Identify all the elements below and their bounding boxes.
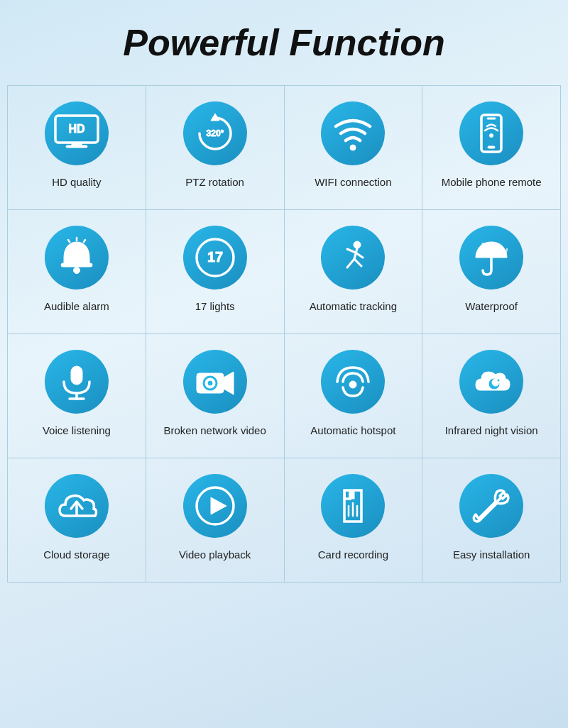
easy-installation-label: Easy installation bbox=[453, 548, 530, 562]
video-playback-label: Video playback bbox=[179, 548, 251, 562]
feature-automatic-tracking: Automatic tracking bbox=[285, 210, 423, 334]
hd-quality-icon: HD bbox=[45, 101, 109, 165]
svg-rect-44 bbox=[350, 490, 354, 499]
feature-broken-network-video: Broken network video bbox=[146, 334, 285, 458]
svg-line-21 bbox=[356, 253, 363, 258]
svg-line-14 bbox=[68, 240, 70, 242]
svg-point-6 bbox=[350, 145, 356, 150]
automatic-tracking-label: Automatic tracking bbox=[310, 299, 397, 314]
svg-line-45 bbox=[481, 497, 501, 517]
feature-infrared-night-vision: Infrared night vision bbox=[422, 334, 561, 458]
audible-alarm-label: Audible alarm bbox=[44, 299, 109, 314]
svg-rect-10 bbox=[487, 118, 496, 119]
voice-listening-label: Voice listening bbox=[43, 424, 111, 438]
feature-easy-installation: Easy installation bbox=[422, 458, 561, 583]
automatic-hotspot-icon bbox=[321, 350, 385, 414]
svg-line-20 bbox=[347, 249, 356, 253]
ptz-rotation-label: PTZ rotation bbox=[185, 175, 244, 189]
svg-rect-9 bbox=[488, 146, 495, 148]
page-title: Powerful Function bbox=[0, 0, 568, 78]
feature-card-recording: Card recording bbox=[285, 458, 423, 583]
card-recording-label: Card recording bbox=[318, 548, 388, 562]
automatic-hotspot-label: Automatic hotspot bbox=[310, 424, 395, 438]
cloud-storage-icon bbox=[45, 474, 109, 538]
svg-marker-40 bbox=[211, 497, 226, 514]
feature-waterproof: Waterproof bbox=[422, 210, 561, 334]
broken-network-video-icon bbox=[183, 350, 247, 414]
infrared-night-vision-label: Infrared night vision bbox=[445, 424, 538, 438]
svg-text:HD: HD bbox=[68, 123, 84, 135]
feature-voice-listening: Voice listening bbox=[8, 334, 146, 458]
wifi-connection-label: WIFI connection bbox=[315, 175, 391, 189]
svg-line-15 bbox=[84, 240, 85, 242]
voice-listening-icon bbox=[45, 350, 109, 414]
feature-audible-alarm: Audible alarm bbox=[8, 210, 146, 334]
feature-hd-quality: HD HD quality bbox=[8, 86, 146, 210]
svg-point-37 bbox=[497, 379, 500, 382]
card-recording-icon bbox=[321, 474, 385, 538]
feature-17-lights: 17 17 lights bbox=[146, 210, 285, 334]
automatic-tracking-icon bbox=[321, 226, 385, 289]
wifi-connection-icon bbox=[321, 101, 385, 165]
svg-point-12 bbox=[73, 268, 80, 274]
svg-text:320°: 320° bbox=[206, 128, 224, 138]
mobile-phone-remote-icon bbox=[459, 101, 523, 165]
hd-quality-label: HD quality bbox=[52, 175, 101, 189]
svg-line-23 bbox=[354, 259, 361, 266]
ptz-rotation-icon: 320° bbox=[183, 101, 247, 165]
svg-point-8 bbox=[490, 134, 493, 138]
feature-video-playback: Video playback bbox=[146, 458, 285, 583]
svg-point-34 bbox=[349, 381, 356, 388]
feature-mobile-phone-remote: Mobile phone remote bbox=[422, 86, 561, 210]
feature-wifi-connection: WIFI connection bbox=[285, 86, 423, 210]
svg-point-18 bbox=[354, 241, 361, 248]
feature-ptz-rotation: 320° PTZ rotation bbox=[146, 86, 285, 210]
svg-rect-27 bbox=[71, 366, 82, 385]
svg-point-32 bbox=[207, 380, 213, 386]
svg-text:17: 17 bbox=[207, 249, 223, 265]
mobile-phone-remote-label: Mobile phone remote bbox=[442, 175, 542, 189]
cloud-storage-label: Cloud storage bbox=[43, 548, 109, 562]
audible-alarm-icon bbox=[45, 226, 109, 289]
waterproof-label: Waterproof bbox=[465, 299, 518, 314]
svg-marker-33 bbox=[224, 372, 234, 395]
easy-installation-icon bbox=[459, 474, 523, 538]
features-grid: HD HD quality 320° PTZ rotation bbox=[7, 85, 561, 583]
svg-rect-11 bbox=[61, 263, 92, 267]
broken-network-video-label: Broken network video bbox=[164, 424, 266, 438]
video-playback-icon bbox=[183, 474, 247, 538]
infrared-night-vision-icon bbox=[459, 350, 523, 414]
svg-line-22 bbox=[347, 259, 354, 268]
17-lights-icon: 17 bbox=[183, 226, 247, 289]
svg-rect-3 bbox=[66, 145, 87, 148]
feature-cloud-storage: Cloud storage bbox=[8, 458, 146, 583]
feature-automatic-hotspot: Automatic hotspot bbox=[285, 334, 423, 458]
waterproof-icon bbox=[459, 226, 523, 289]
17-lights-label: 17 lights bbox=[195, 299, 235, 314]
